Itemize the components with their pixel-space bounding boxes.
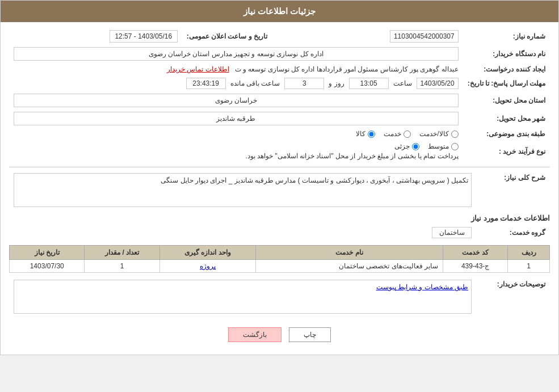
buyer-description-label: توصیحات خریدار:	[476, 277, 550, 316]
response-days: 3	[284, 78, 324, 89]
process-note: پرداخت تمام یا بخشی از مبلغ خریدار از مح…	[14, 152, 459, 160]
cell-date: 1403/07/30	[10, 260, 85, 273]
need-number-box: 1103004542000307	[390, 30, 459, 43]
buyer-description-link[interactable]: طبق مشخصات و شرایط پیوست	[376, 283, 468, 291]
col-code: کد خدمت	[443, 246, 508, 260]
back-button[interactable]: بازگشت	[228, 327, 281, 342]
category-label: طبقه بندی موضوعی:	[463, 128, 550, 140]
process-group: متوسط جزئی	[14, 142, 459, 150]
announce-datetime-value: 1403/05/16 - 12:57	[9, 28, 182, 45]
page-header: جزئیات اطلاعات نیاز	[1, 1, 558, 22]
process-label: نوع فرآیند خرید :	[463, 140, 550, 162]
city-label: شهر محل تحویل:	[463, 109, 550, 128]
category-khedmat-option[interactable]: خدمت	[384, 130, 411, 138]
process-jozee-option[interactable]: جزئی	[394, 142, 419, 150]
col-quantity: تعداد / مقدار	[85, 246, 159, 260]
response-date: 1403/05/20	[417, 78, 459, 89]
cell-name: سایر فعالیت‌های تخصصی ساختمان	[256, 260, 443, 273]
category-khedmat-label: خدمت	[384, 130, 401, 138]
process-motavaset-option[interactable]: متوسط	[428, 142, 459, 150]
services-section-title: اطلاعات خدمات مورد نیاز	[9, 214, 550, 222]
category-kala-khedmat-option[interactable]: کالا/خدمت	[419, 130, 458, 138]
table-row: 1 ج-43-439 سایر فعالیت‌های تخصصی ساختمان…	[10, 260, 550, 273]
response-time: 13:05	[349, 78, 389, 89]
response-days-label: روز و	[329, 79, 344, 87]
cell-code: ج-43-439	[443, 260, 508, 273]
print-button[interactable]: چاپ	[289, 327, 331, 342]
service-group-value: ساختمان	[432, 227, 472, 238]
response-deadline-label: مهلت ارسال پاسخ: تا تاریخ:	[463, 75, 550, 91]
category-kala-radio[interactable]	[368, 130, 375, 138]
remaining-time-label: ساعت باقی مانده	[230, 79, 280, 87]
description-label: شرح کلی نیاز:	[476, 171, 550, 209]
cell-unit: پروژه	[159, 260, 256, 273]
remaining-time: 23:43:19	[186, 78, 226, 89]
col-name: نام خدمت	[256, 246, 443, 260]
buyer-org-value: اداره کل نوسازی توسعه و تجهیز مدارس استا…	[14, 47, 459, 61]
cell-quantity: 1	[85, 260, 159, 273]
service-group-label: گروه خدمت:	[476, 225, 550, 241]
process-jozee-radio[interactable]	[412, 143, 419, 150]
cell-radif: 1	[508, 260, 550, 273]
category-kala-label: کالا	[356, 130, 365, 138]
need-number-label: شماره نیاز:	[463, 28, 550, 45]
requester-link[interactable]: اطلاعات تماس خریدار	[167, 65, 229, 73]
province-label: استان محل تحویل:	[463, 91, 550, 109]
category-khedmat-radio[interactable]	[404, 130, 411, 138]
buyer-description-value: طبق مشخصات و شرایط پیوست	[14, 280, 472, 314]
need-number-value: 1103004542000307	[289, 28, 463, 45]
category-kala-khedmat-radio[interactable]	[451, 130, 459, 138]
province-value: خراسان رضوی	[14, 94, 459, 107]
requester-label: ایجاد کننده درخواست:	[463, 63, 550, 75]
col-radif: ردیف	[508, 246, 550, 260]
process-motavaset-label: متوسط	[428, 142, 449, 150]
announce-datetime-label: تاریخ و ساعت اعلان عمومی:	[182, 28, 272, 45]
category-kala-khedmat-label: کالا/خدمت	[419, 130, 448, 138]
announce-datetime-box: 1403/05/16 - 12:57	[110, 30, 178, 43]
process-motavaset-radio[interactable]	[451, 143, 459, 150]
city-value: طرقبه شاندیز	[14, 112, 459, 125]
response-time-label: ساعت	[393, 79, 412, 87]
buyer-org-label: نام دستگاه خریدار:	[463, 45, 550, 63]
col-date: تاریخ نیاز	[10, 246, 85, 260]
requester-value: عبداله گوهری پور کارشناس مسئول امور قرار…	[235, 65, 459, 73]
footer-buttons: چاپ بازگشت	[9, 321, 550, 349]
process-jozee-label: جزئی	[394, 142, 410, 150]
services-table: ردیف کد خدمت نام خدمت واحد اندازه گیری ت…	[9, 245, 550, 273]
col-unit: واحد اندازه گیری	[159, 246, 256, 260]
page-title: جزئیات اطلاعات نیاز	[243, 6, 316, 16]
category-kala-option[interactable]: کالا	[356, 130, 375, 138]
category-group: کالا/خدمت خدمت کالا	[14, 130, 459, 138]
description-value: تکمیل ( سرویس بهداشتی ، آبخوری ، دیوارکش…	[14, 173, 472, 207]
